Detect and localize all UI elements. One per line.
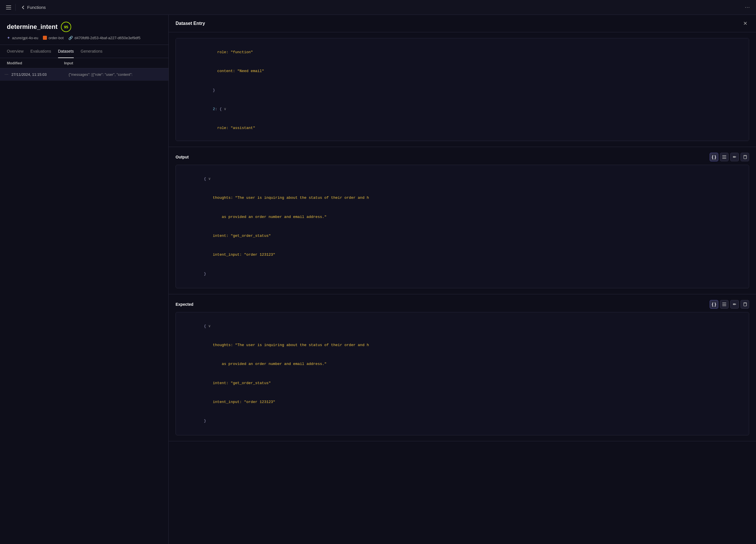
expected-label-text: Expected — [176, 302, 193, 307]
expected-copy-button[interactable] — [741, 300, 749, 309]
svg-rect-7 — [722, 303, 726, 303]
code-line: } — [182, 412, 743, 430]
code-line: 2: { ∨ — [182, 100, 743, 119]
code-line: intent: "get_order_status" — [182, 374, 743, 393]
expected-section: Expected { } ✏ — [169, 294, 756, 442]
code-line: } — [182, 81, 743, 100]
output-edit-button[interactable]: ✏ — [730, 153, 739, 161]
function-name: determine_intent — [7, 23, 57, 31]
svg-rect-2 — [6, 9, 11, 9]
col-input: Input — [64, 61, 162, 65]
output-list-button[interactable] — [720, 153, 729, 161]
input-code-block: role: "function" content: "Need email" }… — [176, 38, 749, 141]
svg-rect-4 — [722, 157, 726, 157]
expected-list-button[interactable] — [720, 300, 729, 309]
svg-rect-3 — [722, 155, 726, 156]
expected-code-block: { ∨ thoughts: "The user is inquiring abo… — [176, 312, 749, 436]
code-line: as provided an order number and email ad… — [182, 208, 743, 227]
model-name: azure/gpt-4o-eu — [12, 36, 38, 40]
code-line: content: "Need email" — [182, 62, 743, 81]
svg-rect-1 — [6, 7, 11, 8]
code-line: { ∨ — [182, 170, 743, 188]
output-label-text: Output — [176, 155, 189, 159]
function-title-row: determine_intent 95 — [7, 22, 162, 32]
project-name: order-bot — [49, 36, 64, 40]
row-more-icon: ··· — [5, 72, 11, 77]
expected-json-button[interactable]: { } — [710, 300, 718, 309]
table-row[interactable]: ··· 27/11/2024, 11:15:03 {"messages": [{… — [0, 68, 168, 81]
row-date: 27/11/2024, 11:15:03 — [11, 72, 69, 77]
code-line: as provided an order number and email ad… — [182, 355, 743, 374]
tab-generations[interactable]: Generations — [81, 45, 102, 58]
more-options-button[interactable]: ··· — [743, 3, 751, 11]
top-bar-left: Functions — [5, 3, 371, 11]
output-code-block: { ∨ thoughts: "The user is inquiring abo… — [176, 165, 749, 288]
sidebar-toggle-button[interactable] — [5, 3, 13, 11]
expected-edit-button[interactable]: ✏ — [730, 300, 739, 309]
main-container: determine_intent 95 ✦ azure/gpt-4o-eu or… — [0, 15, 756, 544]
top-bar-right: ··· — [743, 3, 751, 11]
divider — [15, 4, 16, 11]
back-button[interactable]: Functions — [19, 4, 48, 11]
panel-title: Dataset Entry — [176, 21, 205, 26]
sparkle-icon: ✦ — [7, 35, 10, 40]
code-line: thoughts: "The user is inquiring about t… — [182, 188, 743, 207]
input-section: role: "function" content: "Need email" }… — [169, 32, 756, 147]
code-line: role: "function" — [182, 43, 743, 62]
top-bar: Functions ··· — [0, 0, 756, 15]
dataset-table: Modified Input ··· 27/11/2024, 11:15:03 … — [0, 58, 168, 544]
code-line: content: "Could you please provide your … — [182, 138, 743, 141]
expected-actions: { } ✏ — [710, 300, 749, 309]
link-icon: 🔗 — [68, 36, 73, 40]
tab-evaluations[interactable]: Evaluations — [30, 45, 51, 58]
score-badge: 95 — [61, 22, 71, 32]
svg-rect-8 — [722, 304, 726, 305]
tabs-row: Overview Evaluations Datasets Generation… — [0, 45, 168, 58]
tab-overview[interactable]: Overview — [7, 45, 23, 58]
tab-datasets[interactable]: Datasets — [58, 45, 74, 58]
model-meta: ✦ azure/gpt-4o-eu — [7, 35, 38, 40]
svg-rect-5 — [722, 158, 726, 159]
back-label: Functions — [27, 5, 46, 10]
row-input-preview: {"messages": [{"role": "user", "content"… — [69, 72, 164, 77]
code-line: role: "assistant" — [182, 119, 743, 138]
close-button[interactable]: ✕ — [741, 19, 749, 27]
output-actions: { } ✏ — [710, 153, 749, 161]
col-modified: Modified — [7, 61, 64, 65]
code-line: thoughts: "The user is inquiring about t… — [182, 336, 743, 355]
code-line: } — [182, 264, 743, 283]
function-meta: ✦ azure/gpt-4o-eu order-bot 🔗 d470fdf8-2… — [7, 35, 162, 40]
code-line: { ∨ — [182, 317, 743, 336]
left-panel: determine_intent 95 ✦ azure/gpt-4o-eu or… — [0, 15, 169, 544]
svg-rect-9 — [722, 305, 726, 306]
hash-value: d470fdf8-2d53-4baf-a227-d650e3ef9df5 — [75, 36, 141, 40]
output-section: Output { } ✏ — [169, 147, 756, 294]
code-line: intent: "get_order_status" — [182, 227, 743, 245]
project-meta: order-bot — [43, 36, 64, 40]
svg-rect-0 — [6, 5, 11, 6]
output-json-button[interactable]: { } — [710, 153, 718, 161]
output-section-label: Output { } ✏ — [176, 153, 749, 161]
project-dot-icon — [43, 36, 47, 40]
expected-section-label: Expected { } ✏ — [176, 300, 749, 309]
output-copy-button[interactable] — [741, 153, 749, 161]
code-line: intent_input: "order 123123" — [182, 393, 743, 412]
table-header: Modified Input — [0, 58, 168, 68]
code-line: intent_input: "order 123123" — [182, 245, 743, 264]
hash-meta: 🔗 d470fdf8-2d53-4baf-a227-d650e3ef9df5 — [68, 36, 141, 40]
right-panel-header: Dataset Entry ✕ — [169, 15, 756, 32]
right-panel: Dataset Entry ✕ role: "function" content… — [169, 15, 756, 544]
function-header: determine_intent 95 ✦ azure/gpt-4o-eu or… — [0, 15, 168, 45]
